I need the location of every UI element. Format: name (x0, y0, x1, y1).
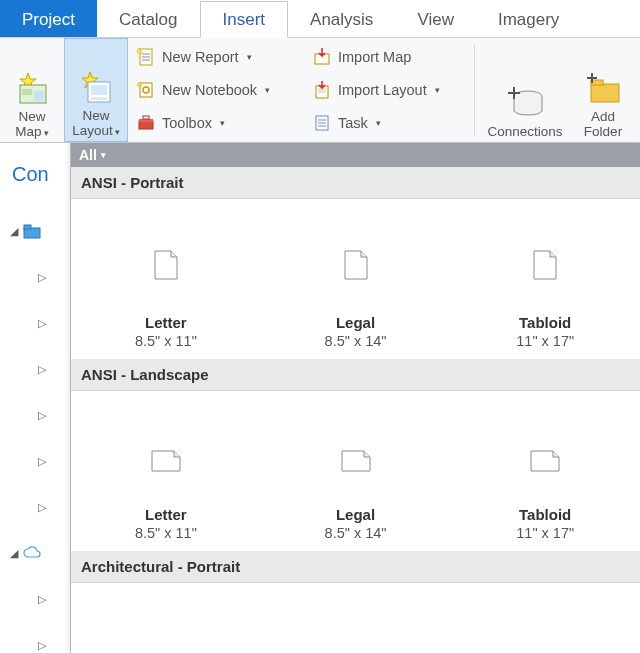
layout-gallery-dropdown: All▾ ANSI - PortraitLetter8.5" x 11"Lega… (70, 143, 640, 653)
catalog-pane-title: Con (12, 163, 49, 186)
layout-size-option[interactable]: Legal8.5" x 14" (261, 199, 451, 359)
layout-size: 8.5" x 11" (135, 525, 197, 541)
new-notebook-button[interactable]: New Notebook▾ (132, 75, 300, 105)
svg-rect-2 (22, 89, 32, 95)
import-layout-label: Import Layout (338, 82, 427, 98)
layout-size-option[interactable] (261, 583, 451, 653)
gallery-filter-label: All (79, 147, 97, 163)
gallery-section-header: ANSI - Portrait (71, 167, 640, 199)
svg-rect-16 (139, 121, 153, 129)
layout-name: Letter (145, 506, 187, 523)
layout-size-option[interactable] (450, 583, 640, 653)
add-folder-label: Add Folder (584, 110, 622, 140)
chevron-down-icon: ▾ (101, 150, 106, 160)
toolbox-button[interactable]: Toolbox▾ (132, 108, 300, 138)
layout-star-icon (76, 67, 116, 107)
toolbox-label: Toolbox (162, 115, 212, 131)
layout-size-option[interactable]: Tabloid11" x 17" (450, 391, 640, 551)
gallery-filter-bar[interactable]: All▾ (71, 143, 640, 167)
tree-item[interactable]: ◢ (0, 530, 70, 576)
gallery-section-header: Architectural - Portrait (71, 551, 640, 583)
gallery-section-items: Letter8.5" x 11"Legal8.5" x 14"Tabloid11… (71, 199, 640, 359)
tab-analysis[interactable]: Analysis (288, 0, 395, 37)
task-icon (312, 113, 332, 133)
new-map-label: New Map▾ (15, 110, 48, 140)
task-label: Task (338, 115, 368, 131)
tab-view[interactable]: View (395, 0, 476, 37)
svg-rect-13 (140, 83, 152, 97)
tab-imagery[interactable]: Imagery (476, 0, 581, 37)
tree-item[interactable]: ▷ (0, 392, 70, 438)
toolbox-icon (136, 113, 156, 133)
page-icon (154, 250, 178, 280)
page-icon (530, 450, 560, 472)
ribbon-panel: New Map▾ New Layout▾ New Report▾ New Not… (0, 38, 640, 143)
page-icon (341, 450, 371, 472)
tab-project[interactable]: Project (0, 0, 97, 37)
layout-size-option[interactable]: Letter8.5" x 11" (71, 391, 261, 551)
tree-item[interactable]: ▷ (0, 576, 70, 622)
layout-size: 11" x 17" (516, 525, 574, 541)
svg-rect-3 (34, 91, 44, 101)
layout-name: Legal (336, 314, 375, 331)
new-layout-button[interactable]: New Layout▾ (64, 38, 128, 142)
page-icon (533, 250, 557, 280)
expand-icon: ▷ (38, 271, 47, 284)
collapse-icon: ◢ (10, 547, 19, 560)
layout-name: Tabloid (519, 506, 571, 523)
ribbon-tabbar: Project Catalog Insert Analysis View Ima… (0, 0, 640, 38)
expand-icon: ▷ (38, 409, 47, 422)
tabbar-blank (581, 0, 640, 37)
layout-size: 11" x 17" (516, 333, 574, 349)
gallery-section-header: ANSI - Landscape (71, 359, 640, 391)
layout-size-option[interactable]: Legal8.5" x 14" (261, 391, 451, 551)
expand-icon: ▷ (38, 501, 47, 514)
tab-catalog[interactable]: Catalog (97, 0, 200, 37)
ribbon-group-new: New Report▾ New Notebook▾ Toolbox▾ (128, 38, 304, 142)
tree-item[interactable]: ▷ (0, 346, 70, 392)
page-icon (344, 250, 368, 280)
layout-size-option[interactable] (71, 583, 261, 653)
report-icon (136, 47, 156, 67)
page-icon (151, 450, 181, 472)
import-map-button[interactable]: Import Map (308, 42, 468, 72)
expand-icon: ▷ (38, 363, 47, 376)
expand-icon: ▷ (38, 639, 47, 652)
tree-item[interactable]: ▷ (0, 484, 70, 530)
add-folder-button[interactable]: Add Folder (573, 38, 633, 142)
folder-plus-icon (583, 68, 623, 108)
gallery-section-items (71, 583, 640, 653)
tree-item[interactable]: ▷ (0, 300, 70, 346)
expand-icon: ▷ (38, 593, 47, 606)
folder-open-icon (23, 224, 41, 239)
layout-size-option[interactable]: Letter8.5" x 11" (71, 199, 261, 359)
tree-item[interactable]: ▷ (0, 438, 70, 484)
new-map-button[interactable]: New Map▾ (0, 38, 64, 142)
new-report-label: New Report (162, 49, 239, 65)
task-button[interactable]: Task▾ (308, 108, 468, 138)
svg-rect-7 (91, 97, 107, 100)
tree-item[interactable]: ▷ (0, 622, 70, 653)
tab-insert[interactable]: Insert (200, 1, 289, 38)
tree-item[interactable]: ◢ (0, 208, 70, 254)
ribbon-divider (474, 44, 475, 136)
import-layout-button[interactable]: Import Layout▾ (308, 75, 468, 105)
svg-rect-6 (91, 85, 107, 95)
expand-icon: ▷ (38, 455, 47, 468)
svg-rect-18 (143, 116, 149, 119)
cloud-icon (23, 546, 41, 561)
tree-item[interactable]: ▷ (0, 254, 70, 300)
import-layout-icon (312, 80, 332, 100)
layout-size: 8.5" x 14" (325, 525, 387, 541)
database-plus-icon (505, 83, 545, 123)
gallery-section-items: Letter8.5" x 11"Legal8.5" x 14"Tabloid11… (71, 391, 640, 551)
layout-size-option[interactable]: Tabloid11" x 17" (450, 199, 640, 359)
connections-label: Connections (487, 125, 562, 140)
catalog-tree: ◢ ▷ ▷ ▷ ▷ ▷ ▷ ◢ ▷ ▷ (0, 208, 70, 653)
layout-size: 8.5" x 14" (325, 333, 387, 349)
layout-name: Letter (145, 314, 187, 331)
expand-icon: ▷ (38, 317, 47, 330)
collapse-icon: ◢ (10, 225, 19, 238)
connections-button[interactable]: Connections (477, 38, 573, 142)
new-report-button[interactable]: New Report▾ (132, 42, 300, 72)
